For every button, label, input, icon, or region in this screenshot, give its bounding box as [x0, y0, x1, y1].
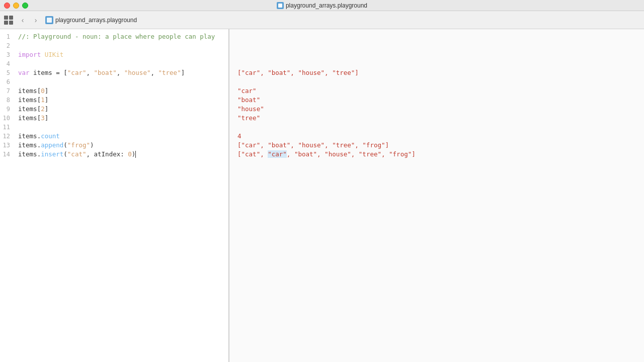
file-icon: [277, 2, 284, 9]
svg-rect-3: [47, 18, 52, 23]
code-line-5: 5 var items = ["car", "boat", "house", "…: [0, 68, 228, 77]
code-editor[interactable]: 1 //: Playground - noun: a place where p…: [0, 29, 229, 362]
code-line-4: 4: [0, 59, 228, 68]
result-line-7: "car": [229, 86, 644, 96]
playground-file-icon: [45, 16, 53, 24]
code-line-11: 11: [0, 123, 228, 132]
code-lines: 1 //: Playground - noun: a place where p…: [0, 29, 228, 159]
window-title: playground_arrays.playground: [277, 2, 367, 9]
code-line-6: 6: [0, 77, 228, 86]
toolbar: ‹ › playground_arrays.playground: [0, 11, 644, 29]
fullscreen-button[interactable]: [22, 3, 28, 9]
code-line-12: 12 items.count: [0, 132, 228, 141]
close-button[interactable]: [4, 3, 10, 9]
results-panel: ["car", "boat", "house", "tree"] "car" "…: [229, 29, 644, 362]
code-line-1: 1 //: Playground - noun: a place where p…: [0, 32, 228, 41]
result-line-12: 4: [229, 132, 644, 141]
result-line-10: "tree": [229, 114, 644, 123]
code-line-10: 10 items[3]: [0, 114, 228, 123]
back-button[interactable]: ‹: [17, 15, 28, 26]
code-line-9: 9 items[2]: [0, 105, 228, 114]
code-line-14: 14 items.insert("cat", atIndex: 0): [0, 150, 228, 159]
forward-button[interactable]: ›: [30, 15, 41, 26]
code-line-13: 13 items.append("frog"): [0, 141, 228, 150]
result-line-8: "boat": [229, 96, 644, 105]
result-line-11: [229, 123, 644, 132]
main-content: 1 //: Playground - noun: a place where p…: [0, 29, 644, 362]
traffic-lights: [4, 3, 28, 9]
result-line-5: ["car", "boat", "house", "tree"]: [229, 68, 644, 77]
breadcrumb: playground_arrays.playground: [45, 16, 137, 24]
result-line-4: [229, 59, 644, 68]
svg-rect-1: [278, 4, 282, 8]
minimize-button[interactable]: [13, 3, 19, 9]
window-title-text: playground_arrays.playground: [286, 2, 367, 9]
result-line-14: ["cat", "car", "boat", "house", "tree", …: [229, 150, 644, 159]
result-line-6: [229, 77, 644, 86]
code-line-8: 8 items[1]: [0, 96, 228, 105]
breadcrumb-filename: playground_arrays.playground: [55, 17, 137, 24]
sidebar-toggle-icon[interactable]: [4, 16, 13, 25]
result-line-13: ["car", "boat", "house", "tree", "frog"]: [229, 141, 644, 150]
code-line-7: 7 items[0]: [0, 86, 228, 96]
result-highlight-car: "car": [268, 150, 287, 158]
title-bar: playground_arrays.playground: [0, 0, 644, 11]
result-line-2: [229, 41, 644, 50]
result-line-1: [229, 32, 644, 41]
result-line-3: [229, 50, 644, 59]
code-line-3: 3 import UIKit: [0, 50, 228, 59]
result-line-9: "house": [229, 105, 644, 114]
code-line-2: 2: [0, 41, 228, 50]
